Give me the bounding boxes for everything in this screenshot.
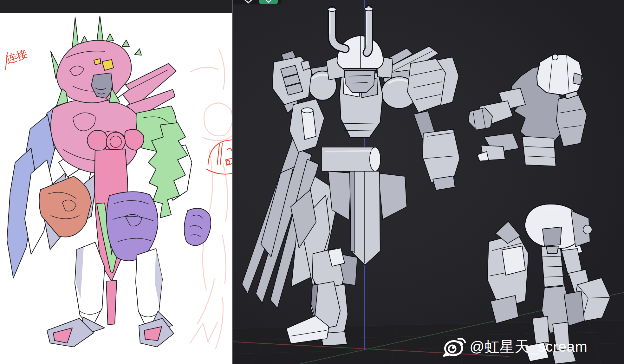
watermark-text: @虹星天_scream — [470, 339, 588, 355]
model-mech-back-crouched[interactable] — [468, 54, 587, 166]
viewport-panel[interactable]: @虹星天_scream — [233, 0, 624, 364]
concept-sketch-canvas[interactable]: 连接 — [0, 13, 232, 364]
screenshot-stage: 连接 — [0, 0, 624, 364]
viewport-gizmo-button[interactable] — [244, 0, 253, 4]
viewport-canvas[interactable] — [233, 0, 624, 364]
viewport-toolbar — [233, 0, 282, 4]
sketch-app-header — [0, 0, 232, 13]
weibo-logo — [442, 337, 466, 357]
sketch-annotation-group: 连接 — [1, 47, 30, 69]
cube-chevron-icon — [244, 0, 252, 3]
sketch-panel[interactable]: 连接 — [0, 0, 232, 364]
download-icon — [265, 0, 272, 3]
mecha-character-sketch — [7, 16, 211, 347]
rough-sketch-faint — [190, 49, 232, 349]
model-mech-front[interactable] — [242, 7, 460, 346]
export-button[interactable] — [259, 0, 278, 4]
watermark: @虹星天_scream — [442, 337, 588, 357]
sketch-annotation: 连接 — [4, 48, 29, 66]
